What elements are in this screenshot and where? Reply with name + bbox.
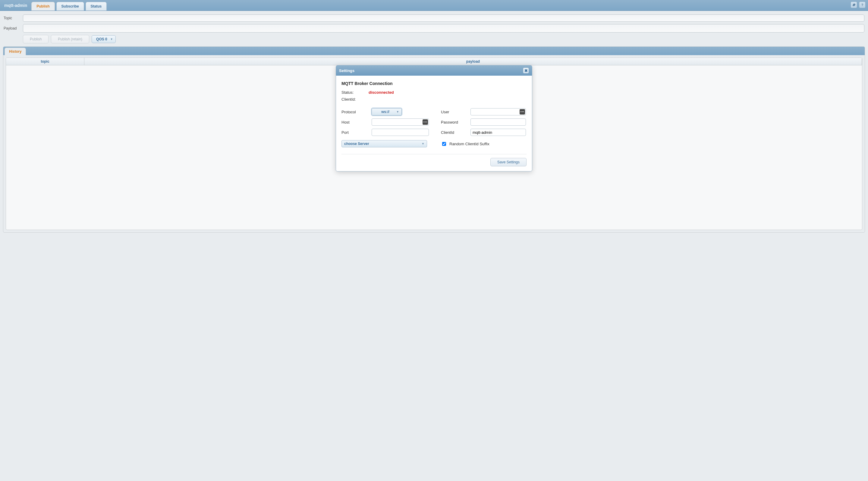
topic-label: Topic <box>4 16 23 20</box>
payload-input[interactable] <box>23 24 864 33</box>
topbar-right: ? <box>850 1 866 8</box>
random-suffix-checkbox[interactable] <box>442 142 446 146</box>
chevron-down-icon: ▼ <box>396 110 399 113</box>
user-input[interactable] <box>470 108 526 116</box>
host-label: Host <box>341 120 372 125</box>
settings-dialog: Settings ✖ MQTT Broker Connection Status… <box>336 65 532 171</box>
protocol-select-value: ws:// <box>374 110 396 114</box>
tab-subscribe[interactable]: Subscribe <box>56 2 84 10</box>
chevron-down-icon: ▼ <box>110 38 113 41</box>
protocol-label: Protocol <box>341 110 372 114</box>
topbar: mqtt-admin Publish Subscribe Status ? <box>0 0 868 11</box>
choose-server-label: choose Server <box>344 142 369 146</box>
port-input[interactable] <box>372 129 429 136</box>
tab-publish[interactable]: Publish <box>31 2 55 10</box>
publish-panel: Topic Payload Publish Publish (retain) Q… <box>0 11 868 44</box>
user-label: User <box>441 110 470 114</box>
history-col-topic[interactable]: topic <box>6 58 84 65</box>
password-input[interactable] <box>470 119 526 126</box>
protocol-select[interactable]: ws:// ▼ <box>372 108 402 116</box>
tab-status[interactable]: Status <box>86 2 107 10</box>
chevron-down-icon: ▼ <box>422 142 424 145</box>
tab-history[interactable]: History <box>4 47 26 55</box>
app-title: mqtt-admin <box>4 3 27 10</box>
qos-select[interactable]: QOS 0 ▼ <box>92 35 116 43</box>
top-tabs: Publish Subscribe Status <box>31 2 107 10</box>
more-icon[interactable]: ••• <box>520 109 525 115</box>
close-icon[interactable]: ✖ <box>523 67 529 73</box>
host-input[interactable] <box>372 119 429 126</box>
status-value: disconnected <box>369 90 394 95</box>
status-label: Status: <box>341 90 369 95</box>
more-icon[interactable]: ••• <box>423 119 428 125</box>
gear-icon[interactable] <box>850 1 857 8</box>
save-settings-button[interactable]: Save Settings <box>490 158 527 166</box>
help-icon[interactable]: ? <box>859 1 866 8</box>
dialog-titlebar[interactable]: Settings ✖ <box>336 65 532 76</box>
payload-label: Payload <box>4 26 23 30</box>
password-label: Password <box>441 120 470 125</box>
dialog-heading: MQTT Broker Connection <box>341 81 527 86</box>
qos-select-label: QOS 0 <box>96 37 107 41</box>
clientid-input[interactable] <box>470 129 526 136</box>
publish-button[interactable]: Publish <box>23 35 49 43</box>
history-col-payload[interactable]: payload <box>84 58 862 65</box>
random-suffix-label: Random ClientId Suffix <box>450 142 490 146</box>
clientid-label: ClientId <box>441 130 470 135</box>
clientid-status-label: ClientId: <box>341 97 369 102</box>
dialog-title-text: Settings <box>339 68 354 73</box>
publish-retain-button[interactable]: Publish (retain) <box>51 35 89 43</box>
choose-server-select[interactable]: choose Server ▼ <box>341 140 427 148</box>
topic-input[interactable] <box>23 14 864 22</box>
port-label: Port <box>341 130 372 135</box>
